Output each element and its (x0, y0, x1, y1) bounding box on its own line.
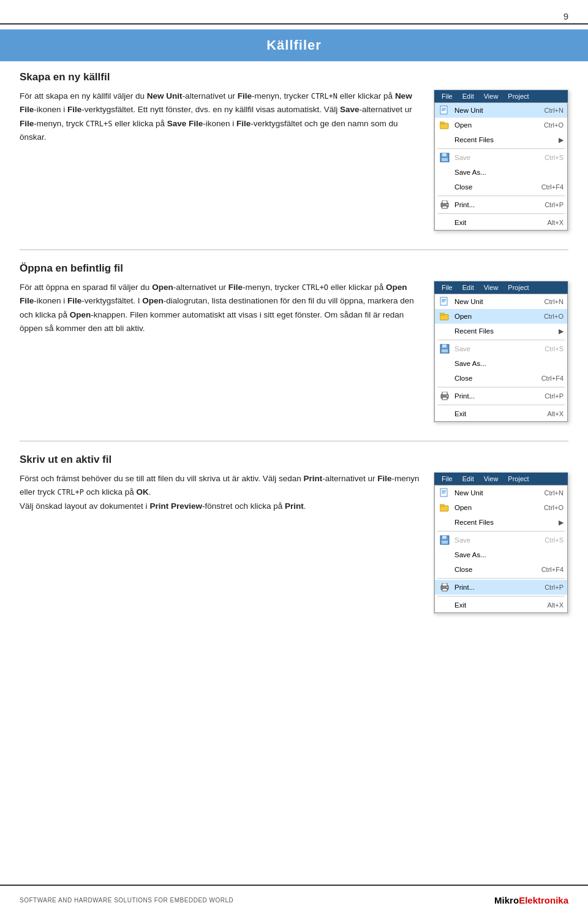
menu-item-new-unit-3[interactable]: New Unit Ctrl+N (435, 486, 567, 500)
menu-label-open-1: Open (454, 121, 540, 129)
menu-item-exit-1[interactable]: Exit Alt+X (435, 215, 567, 230)
saveas-icon-3 (439, 549, 451, 560)
menu-shortcut-new-unit-2: Ctrl+N (545, 298, 564, 305)
divider-1 (20, 249, 568, 250)
menu-item-exit-2[interactable]: Exit Alt+X (435, 406, 567, 421)
recent-arrow-3: ▶ (559, 519, 564, 527)
menu-item-exit-3[interactable]: Exit Alt+X (435, 598, 567, 612)
menu-item-close-3[interactable]: Close Ctrl+F4 (435, 562, 567, 577)
menu-project-3: Project (503, 474, 533, 484)
menu-item-saveas-3[interactable]: Save As... (435, 547, 567, 562)
section-open-file: Öppna en befintlig fil För att öppna en … (20, 262, 568, 422)
svg-point-38 (447, 587, 448, 588)
menu-label-close-3: Close (454, 566, 538, 573)
svg-rect-26 (440, 489, 447, 497)
menu-item-saveas-1[interactable]: Save As... (435, 165, 567, 180)
menu-item-save-2[interactable]: Save Ctrl+S (435, 341, 567, 356)
menu-item-print-2[interactable]: Print... Ctrl+P (435, 389, 567, 403)
menu-shortcut-new-unit-1: Ctrl+N (545, 107, 564, 114)
menu-label-new-unit-1: New Unit (454, 107, 541, 114)
menu-shortcut-close-2: Ctrl+F4 (541, 375, 564, 382)
menu-label-saveas-2: Save As... (454, 360, 564, 367)
save-icon-2 (439, 343, 451, 354)
open-icon-3 (439, 502, 451, 513)
menu-label-save-1: Save (454, 154, 541, 161)
svg-rect-5 (440, 122, 444, 124)
menu-screenshot-2: File Edit View Project New Unit Ctrl+N (434, 281, 568, 422)
menu-sep-3c (437, 596, 565, 596)
page-title: Källfiler (266, 37, 322, 53)
divider-2 (20, 441, 568, 441)
svg-rect-33 (442, 536, 447, 539)
svg-rect-8 (442, 158, 448, 161)
menu-file-2: File (437, 283, 458, 292)
svg-rect-13 (440, 297, 447, 305)
menu-item-saveas-2[interactable]: Save As... (435, 356, 567, 371)
footer-logo: MikroElektronika (494, 895, 568, 905)
menu-item-print-1[interactable]: Print... Ctrl+P (435, 197, 567, 212)
close-icon-1 (439, 181, 451, 192)
menu-item-open-2[interactable]: Open Ctrl+O (435, 309, 567, 324)
menu-label-exit-1: Exit (454, 219, 543, 226)
text-print-file: Först och främst behöver du se till att … (20, 472, 421, 513)
svg-rect-36 (442, 583, 447, 586)
recent-icon-1 (439, 134, 451, 145)
section-print-file: Skriv ut en aktiv fil Först och främst b… (20, 454, 568, 614)
menu-shortcut-exit-3: Alt+X (547, 601, 564, 609)
menu-label-recent-3: Recent Files (454, 519, 555, 526)
section-content-open: För att öppna en sparad fil väljer du Op… (20, 281, 568, 422)
svg-point-12 (447, 204, 448, 205)
menu-item-save-1[interactable]: Save Ctrl+S (435, 150, 567, 165)
menu-sep-1a (437, 148, 565, 149)
menu-item-recent-2[interactable]: Recent Files ▶ (435, 324, 567, 338)
open-icon-2 (439, 311, 451, 322)
recent-arrow-2: ▶ (559, 327, 564, 335)
menu-item-recent-1[interactable]: Recent Files ▶ (435, 132, 567, 147)
menu-item-print-3[interactable]: Print... Ctrl+P (435, 580, 567, 595)
menu-item-close-1[interactable]: Close Ctrl+F4 (435, 180, 567, 194)
section-new-file: Skapa en ny källfil För att skapa en ny … (20, 71, 568, 231)
logo-mikro: Mikro (494, 895, 519, 905)
section-content-new: För att skapa en ny källfil väljer du Ne… (20, 89, 568, 231)
svg-rect-20 (442, 345, 447, 348)
saveas-icon-2 (439, 358, 451, 369)
menu-sep-2c (437, 405, 565, 405)
close-icon-2 (439, 373, 451, 384)
menu-shortcut-print-1: Ctrl+P (545, 201, 564, 208)
menu-view-1: View (479, 91, 503, 101)
menu-sep-1b (437, 196, 565, 196)
menu-shortcut-open-2: Ctrl+O (544, 313, 564, 320)
menu-label-open-2: Open (454, 313, 540, 320)
menu-shortcut-open-1: Ctrl+O (544, 121, 564, 129)
menu-items-3: New Unit Ctrl+N Open Ctrl+O Recent Files… (434, 485, 568, 613)
menu-item-new-unit-2[interactable]: New Unit Ctrl+N (435, 294, 567, 309)
menu-item-recent-3[interactable]: Recent Files ▶ (435, 515, 567, 530)
menu-titlebar-3: File Edit View Project (434, 473, 568, 485)
menu-shortcut-open-3: Ctrl+O (544, 504, 564, 511)
menu-label-save-2: Save (454, 345, 541, 352)
menu-item-save-3[interactable]: Save Ctrl+S (435, 533, 567, 547)
svg-rect-18 (440, 313, 444, 315)
menu-shortcut-save-2: Ctrl+S (545, 345, 564, 352)
svg-rect-1 (442, 108, 446, 109)
menu-label-open-3: Open (454, 504, 540, 511)
svg-rect-29 (442, 493, 445, 493)
menu-label-close-1: Close (454, 183, 538, 191)
svg-rect-3 (442, 110, 445, 111)
menu-shortcut-print-3: Ctrl+P (545, 584, 564, 591)
menu-item-open-1[interactable]: Open Ctrl+O (435, 118, 567, 132)
menu-item-open-3[interactable]: Open Ctrl+O (435, 500, 567, 515)
menu-item-new-unit-1[interactable]: New Unit Ctrl+N (435, 103, 567, 118)
text-new-file: För att skapa en ny källfil väljer du Ne… (20, 89, 421, 144)
svg-rect-34 (442, 541, 448, 544)
menu-shortcut-print-2: Ctrl+P (545, 392, 564, 400)
new-unit-icon-3 (439, 487, 451, 498)
menu-item-close-2[interactable]: Close Ctrl+F4 (435, 371, 567, 386)
menu-shortcut-close-1: Ctrl+F4 (541, 183, 564, 191)
content-area: Skapa en ny källfil För att skapa en ny … (20, 71, 568, 877)
menu-project-2: Project (503, 283, 533, 292)
menu-shortcut-save-1: Ctrl+S (545, 154, 564, 161)
menu-label-new-unit-3: New Unit (454, 489, 541, 497)
exit-icon-2 (439, 408, 451, 419)
svg-rect-21 (442, 349, 448, 352)
